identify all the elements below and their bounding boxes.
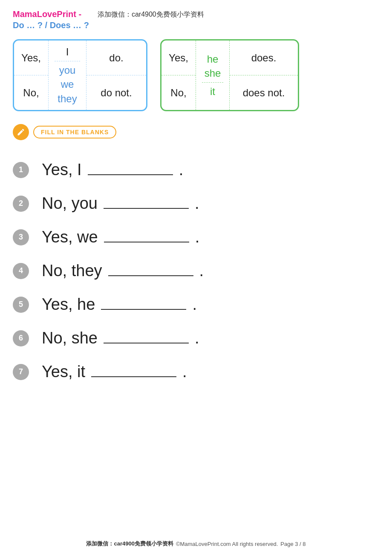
- exercise-text-7: Yes, it .: [42, 363, 187, 381]
- number-badge-7: 7: [13, 364, 29, 380]
- blue-yes-cell: Yes,: [14, 40, 48, 75]
- blue-no-cell: No,: [14, 75, 48, 110]
- brand-title: MamaLovePrint - Do … ? / Does … ?: [13, 9, 89, 31]
- number-badge-2: 2: [13, 196, 29, 212]
- exercises-list: 1 Yes, I . 2 No, you . 3 Yes, we .: [13, 153, 379, 389]
- blank-3: [104, 242, 189, 242]
- footer: 添加微信：car4900免费领小学资料 ©MamaLovePrint.com A…: [0, 540, 392, 548]
- exercise-item-7: 7 Yes, it .: [13, 355, 379, 389]
- number-badge-5: 5: [13, 297, 29, 313]
- does-table: Yes, he she it does. No, does not.: [160, 39, 299, 111]
- page: MamaLovePrint - Do … ? / Does … ? 添加微信：c…: [0, 0, 392, 554]
- number-badge-3: 3: [13, 229, 29, 245]
- exercise-text-5: Yes, he .: [42, 295, 197, 314]
- exercise-item-1: 1 Yes, I .: [13, 153, 379, 187]
- blank-7: [91, 376, 176, 377]
- exercise-item-5: 5 Yes, he .: [13, 288, 379, 321]
- fill-header: FILL IN THE BLANKS: [13, 124, 379, 140]
- exercise-text-6: No, she .: [42, 329, 199, 347]
- exercise-text-1: Yes, I .: [42, 161, 183, 179]
- blank-6: [104, 343, 189, 343]
- green-yes-cell: Yes,: [161, 40, 196, 75]
- pencil-icon: [13, 124, 29, 140]
- number-badge-4: 4: [13, 263, 29, 279]
- exercise-item-6: 6 No, she .: [13, 321, 379, 355]
- green-does-cell: does.: [230, 40, 298, 75]
- number-badge-1: 1: [13, 162, 29, 178]
- reference-tables: Yes, I you we they do. No, do not. Yes,: [13, 39, 379, 111]
- exercise-text-3: Yes, we .: [42, 228, 199, 246]
- footer-copyright: ©MamaLovePrint.com All rights reserved.: [176, 541, 278, 547]
- exercise-item-4: 4 No, they .: [13, 254, 379, 288]
- exercise-text-2: No, you .: [42, 194, 199, 213]
- exercise-text-4: No, they .: [42, 262, 204, 280]
- blank-2: [104, 208, 189, 209]
- green-pronoun-cell: he she it: [196, 40, 230, 110]
- exercise-item-2: 2 No, you .: [13, 187, 379, 220]
- blank-1: [88, 174, 173, 175]
- blue-do-cell: do.: [86, 40, 146, 75]
- blue-donot-cell: do not.: [86, 75, 146, 110]
- pencil-svg: [17, 128, 25, 136]
- blank-4: [108, 275, 193, 276]
- green-no-cell: No,: [161, 75, 196, 110]
- fill-in-blanks-label: FILL IN THE BLANKS: [33, 126, 116, 138]
- header: MamaLovePrint - Do … ? / Does … ? 添加微信：c…: [13, 9, 379, 31]
- wechat-note-header: 添加微信：car4900免费领小学资料: [98, 9, 204, 19]
- blank-5: [101, 309, 186, 310]
- footer-page: Page 3 / 8: [280, 541, 306, 547]
- do-table: Yes, I you we they do. No, do not.: [13, 39, 147, 111]
- green-doesnot-cell: does not.: [230, 75, 298, 110]
- blue-pronoun-cell: I you we they: [48, 40, 86, 110]
- exercise-item-3: 3 Yes, we .: [13, 220, 379, 254]
- footer-wechat: 添加微信：car4900免费领小学资料: [86, 540, 173, 548]
- number-badge-6: 6: [13, 330, 29, 346]
